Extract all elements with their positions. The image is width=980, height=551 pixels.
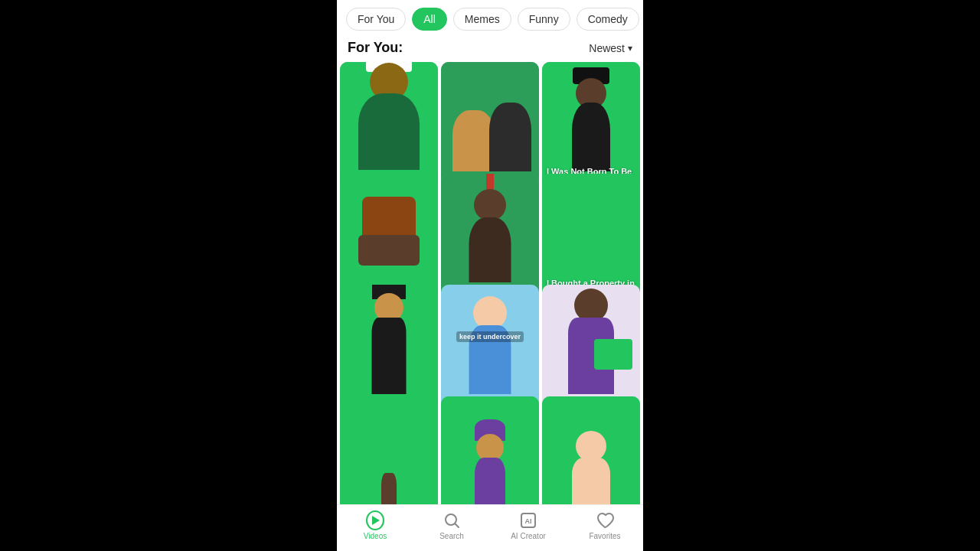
section-title: For You: [348,40,403,56]
section-header: For You: Newest ▾ [337,37,643,62]
sort-dropdown[interactable]: Newest ▾ [589,42,632,54]
bottom-nav: Videos Search AI AI Creator [337,504,643,551]
filter-bar: For You All Memes Funny Comedy Rand... [337,0,643,37]
ai-creator-icon: AI [519,511,537,530]
chevron-down-icon: ▾ [628,43,632,54]
nav-item-videos[interactable]: Videos [337,511,413,540]
video-grid: Spicy Meat Ash Trevino Crying I Was Not … [337,62,643,504]
videos-icon [366,511,384,530]
nav-item-search[interactable]: Search [413,511,490,540]
nav-item-ai-creator[interactable]: AI AI Creator [490,511,567,540]
video-card-bottom-1[interactable] [340,396,438,505]
filter-memes[interactable]: Memes [453,8,511,31]
search-icon [443,511,461,530]
nav-label-favorites: Favorites [589,532,620,540]
svg-text:AI: AI [525,517,532,525]
nav-label-search: Search [439,532,464,540]
nav-label-videos: Videos [364,532,387,540]
filter-comedy[interactable]: Comedy [577,8,639,31]
svg-line-1 [456,524,459,528]
video-card-bottom-2[interactable] [441,396,539,505]
filter-funny[interactable]: Funny [518,8,570,31]
nav-label-ai-creator: AI Creator [511,532,546,540]
video-card-bottom-3[interactable] [542,396,640,505]
phone-container: For You All Memes Funny Comedy Rand... F… [337,0,643,551]
filter-all[interactable]: All [412,8,447,31]
nav-item-favorites[interactable]: Favorites [567,511,643,540]
filter-for-you[interactable]: For You [346,8,406,31]
keep-undercover-overlay: keep it undercover [456,331,524,342]
heart-icon [596,511,614,530]
sort-label: Newest [589,42,625,54]
